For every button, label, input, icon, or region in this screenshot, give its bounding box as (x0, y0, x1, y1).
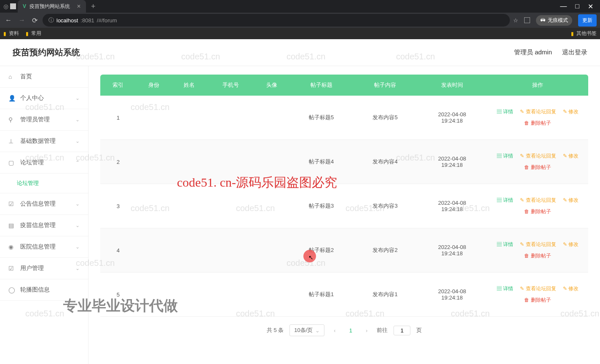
op-detail-link[interactable]: ▤ 详情 (497, 241, 513, 248)
th-avatar[interactable]: 头像 (254, 75, 289, 96)
window-minimize-icon[interactable]: — (560, 3, 567, 11)
op-delete-link[interactable]: 🗑 删除帖子 (524, 208, 551, 215)
th-name[interactable]: 姓名 (171, 75, 207, 96)
op-delete-link[interactable]: 🗑 删除帖子 (524, 164, 551, 171)
app-title: 疫苗预约网站系统 (13, 47, 80, 58)
th-identity[interactable]: 身份 (136, 75, 172, 96)
sidebar-item-home[interactable]: ⌂首页 (0, 66, 88, 88)
op-detail-link[interactable]: ▤ 详情 (497, 108, 513, 115)
table-row: 3帖子标题3发布内容32022-04-0819:24:18▤ 详情✎ 查看论坛回… (100, 184, 588, 228)
op-edit-link[interactable]: ✎ 修改 (563, 153, 579, 160)
chevron-down-icon: ⌄ (75, 201, 80, 207)
pagination-prev-button[interactable]: ‹ (330, 326, 339, 335)
th-time[interactable]: 发表时间 (417, 75, 487, 96)
op-reply-link[interactable]: ✎ 查看论坛回复 (520, 108, 556, 115)
sidebar-item-notice[interactable]: ☑公告信息管理⌄ (0, 193, 88, 215)
cell-index: 3 (100, 184, 136, 228)
incognito-badge: 🕶 无痕模式 (536, 15, 572, 26)
th-phone[interactable]: 手机号 (207, 75, 254, 96)
close-tab-icon[interactable]: ✕ (77, 3, 81, 9)
user-label[interactable]: 管理员 admin (514, 48, 552, 56)
sidebar-item-hospital[interactable]: ◉医院信息管理⌄ (0, 236, 88, 258)
op-detail-link[interactable]: ▤ 详情 (497, 197, 513, 204)
op-detail-link[interactable]: ▤ 详情 (497, 285, 513, 292)
sidebar-item-forum[interactable]: ▢论坛管理⌃ (0, 152, 88, 174)
data-icon: ⊥ (8, 138, 15, 145)
op-reply-link[interactable]: ✎ 查看论坛回复 (520, 241, 556, 248)
table-header-row: 索引 身份 姓名 手机号 头像 帖子标题 帖子内容 发表时间 操作 (100, 75, 588, 96)
sidebar-subitem-forum[interactable]: 论坛管理 (0, 174, 88, 193)
cell-phone (207, 228, 254, 273)
pagination-next-button[interactable]: › (362, 326, 371, 335)
sidebar-item-user[interactable]: ☑用户管理⌄ (0, 258, 88, 279)
url-port: :8081 (80, 17, 94, 24)
pagination-goto-label: 前往 (377, 327, 388, 334)
app-header: 疫苗预约网站系统 管理员 admin 退出登录 (0, 39, 600, 66)
th-title[interactable]: 帖子标题 (289, 75, 353, 96)
op-edit-link[interactable]: ✎ 修改 (563, 241, 579, 248)
window-close-icon[interactable]: ✕ (588, 3, 593, 11)
op-reply-link[interactable]: ✎ 查看论坛回复 (520, 197, 556, 204)
th-content[interactable]: 帖子内容 (353, 75, 417, 96)
chevron-down-icon: ⌄ (315, 327, 320, 334)
new-tab-button[interactable]: + (88, 2, 99, 11)
tab-title: 疫苗预约网站系统 (29, 3, 70, 10)
op-edit-link[interactable]: ✎ 修改 (563, 285, 579, 292)
url-input[interactable]: ⓘ localhost:8081/#/forum (43, 14, 510, 27)
cell-index: 1 (100, 96, 136, 140)
sidebar-item-basic[interactable]: ⊥基础数据管理⌄ (0, 131, 88, 152)
th-index[interactable]: 索引 (100, 75, 136, 96)
cell-phone (207, 96, 254, 140)
tab-target-icon: ◎ (3, 3, 8, 10)
pagination-pagesize-select[interactable]: 10条/页 ⌄ (289, 324, 324, 336)
cell-title: 帖子标题5 (289, 96, 353, 140)
cell-title: 帖子标题4 (289, 140, 353, 184)
nav-back-icon[interactable]: ← (3, 15, 13, 26)
bookmark-other[interactable]: ▮其他书签 (571, 30, 597, 37)
pagination-goto-input[interactable] (394, 326, 410, 335)
site-info-icon[interactable]: ⓘ (48, 16, 54, 24)
pagination-current-page[interactable]: 1 (345, 326, 356, 335)
browser-tab-bar: ◎ V 疫苗预约网站系统 ✕ + — □ ✕ (0, 0, 600, 13)
sidebar-item-personal[interactable]: 👤个人中心⌄ (0, 88, 88, 109)
cell-identity (136, 273, 172, 317)
browser-tab-active[interactable]: V 疫苗预约网站系统 ✕ (18, 0, 86, 13)
bookmark-item-1[interactable]: ▮资料 (3, 30, 19, 37)
chevron-down-icon: ⌄ (75, 265, 80, 271)
cell-identity (136, 228, 172, 273)
op-delete-link[interactable]: 🗑 删除帖子 (524, 252, 551, 260)
cell-index: 4 (100, 228, 136, 273)
window-maximize-icon[interactable]: □ (575, 3, 579, 11)
cell-ops: ▤ 详情✎ 查看论坛回复✎ 修改🗑 删除帖子 (487, 273, 588, 317)
folder-icon: ▮ (26, 31, 29, 37)
sidebar-item-vaccine[interactable]: ▤疫苗信息管理⌄ (0, 215, 88, 236)
logout-link[interactable]: 退出登录 (562, 48, 587, 56)
cell-ops: ▤ 详情✎ 查看论坛回复✎ 修改🗑 删除帖子 (487, 140, 588, 184)
cell-name (171, 228, 207, 273)
incognito-icon: 🕶 (540, 17, 545, 23)
cell-content: 发布内容1 (353, 273, 417, 317)
cell-phone (207, 140, 254, 184)
table-row: 1帖子标题5发布内容52022-04-0819:24:18▤ 详情✎ 查看论坛回… (100, 96, 588, 140)
op-edit-link[interactable]: ✎ 修改 (563, 108, 579, 115)
bookmark-star-icon[interactable]: ☆ (513, 17, 518, 24)
nav-reload-icon[interactable]: ⟳ (30, 15, 39, 26)
sidebar-item-carousel[interactable]: ◯轮播图信息 (0, 279, 88, 301)
sidebar: ⌂首页 👤个人中心⌄ ⚲管理员管理⌄ ⊥基础数据管理⌄ ▢论坛管理⌃ 论坛管理 … (0, 66, 88, 364)
op-edit-link[interactable]: ✎ 修改 (563, 197, 579, 204)
cell-name (171, 96, 207, 140)
vue-icon: V (23, 3, 26, 9)
bookmark-item-2[interactable]: ▮常用 (26, 30, 41, 37)
op-reply-link[interactable]: ✎ 查看论坛回复 (520, 285, 556, 292)
extensions-icon[interactable] (524, 17, 530, 23)
cell-identity (136, 184, 172, 228)
chevron-down-icon: ⌄ (75, 222, 80, 228)
cell-title: 帖子标题3 (289, 184, 353, 228)
sidebar-item-admin[interactable]: ⚲管理员管理⌄ (0, 109, 88, 131)
nav-forward-icon[interactable]: → (17, 15, 27, 26)
op-delete-link[interactable]: 🗑 删除帖子 (524, 120, 551, 127)
op-delete-link[interactable]: 🗑 删除帖子 (524, 297, 551, 304)
op-reply-link[interactable]: ✎ 查看论坛回复 (520, 153, 556, 160)
update-button[interactable]: 更新 (578, 14, 597, 27)
op-detail-link[interactable]: ▤ 详情 (497, 153, 513, 160)
